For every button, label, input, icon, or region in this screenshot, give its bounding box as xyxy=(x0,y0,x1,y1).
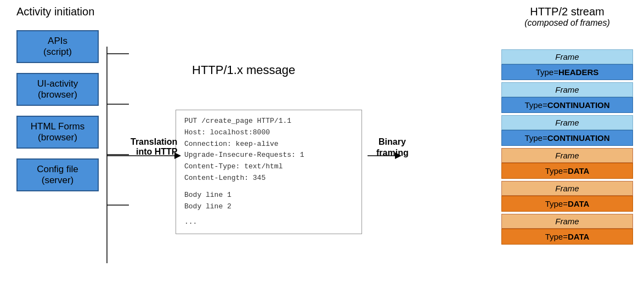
right-section-title: HTTP/2 stream (composed of frames) xyxy=(501,5,633,28)
activity-boxes-container: APIs (script) UI-activity (browser) HTML… xyxy=(16,30,99,191)
frame-6-label: Frame xyxy=(501,214,633,229)
frame-1-type: Type=HEADERS xyxy=(501,64,633,80)
forms-line1: HTML Forms xyxy=(31,121,85,132)
http-content-type: Content-Type: text/html xyxy=(184,161,353,173)
message-title-container: HTTP/1.x message xyxy=(192,63,295,77)
svg-text:Translation: Translation xyxy=(131,137,177,146)
http-ellipsis: ... xyxy=(184,217,353,228)
http-content-length: Content-Length: 345 xyxy=(184,173,353,184)
activity-initiation-title: Activity initiation xyxy=(16,5,94,18)
http-upgrade: Upgrade-Insecure-Requests: 1 xyxy=(184,150,353,161)
config-line1: Config file xyxy=(37,164,78,174)
frame-5-type: Type=DATA xyxy=(501,196,633,212)
ui-activity-box: UI-activity (browser) xyxy=(16,73,99,106)
frame-2-label: Frame xyxy=(501,82,633,97)
frame-5-label: Frame xyxy=(501,181,633,196)
frame-3-label: Frame xyxy=(501,115,633,130)
svg-text:framing: framing xyxy=(376,148,409,157)
forms-line2: (browser) xyxy=(38,132,77,143)
frame-3: Frame Type=CONTINUATION xyxy=(501,115,633,146)
apis-line1: APIs xyxy=(48,36,67,46)
frame-2-type: Type=CONTINUATION xyxy=(501,97,633,113)
svg-text:into HTTP: into HTTP xyxy=(136,147,178,156)
frame-3-type: Type=CONTINUATION xyxy=(501,130,633,146)
frame-4-type: Type=DATA xyxy=(501,163,633,179)
frame-6-type: Type=DATA xyxy=(501,229,633,245)
apis-line2: (script) xyxy=(43,47,72,57)
http-message-box: PUT /create_page HTTP/1.1 Host: localhos… xyxy=(176,110,362,234)
http-host: Host: localhost:8000 xyxy=(184,127,353,139)
http-body2: Body line 2 xyxy=(184,201,353,213)
diagram-container: Activity initiation APIs (script) UI-act… xyxy=(0,0,644,295)
frame-1-label: Frame xyxy=(501,49,633,64)
frame-5: Frame Type=DATA xyxy=(501,181,633,212)
http2-subtitle: (composed of frames) xyxy=(501,18,633,28)
frame-2: Frame Type=CONTINUATION xyxy=(501,82,633,113)
ui-line2: (browser) xyxy=(38,89,77,100)
svg-text:Binary: Binary xyxy=(379,137,406,146)
ui-line1: UI-activity xyxy=(37,78,78,89)
http-message-title: HTTP/1.x message xyxy=(192,63,295,77)
http2-title: HTTP/2 stream xyxy=(530,5,605,18)
svg-marker-9 xyxy=(395,152,402,159)
http-body1: Body line 1 xyxy=(184,190,353,201)
frame-1: Frame Type=HEADERS xyxy=(501,49,633,80)
http-request-line: PUT /create_page HTTP/1.1 xyxy=(184,116,353,127)
html-forms-box: HTML Forms (browser) xyxy=(16,116,99,149)
http-connection: Connection: keep-alive xyxy=(184,139,353,150)
frames-container: Frame Type=HEADERS Frame Type=CONTINUATI… xyxy=(501,49,633,247)
frame-4-label: Frame xyxy=(501,148,633,163)
left-section-title: Activity initiation xyxy=(16,5,94,18)
config-line2: (server) xyxy=(42,175,74,185)
apis-box: APIs (script) xyxy=(16,30,99,63)
config-file-box: Config file (server) xyxy=(16,158,99,191)
frame-6: Frame Type=DATA xyxy=(501,214,633,245)
frame-4: Frame Type=DATA xyxy=(501,148,633,179)
